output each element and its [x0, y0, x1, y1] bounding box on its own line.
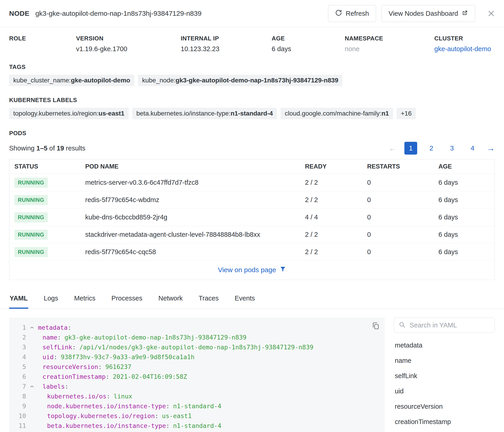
- pod-restarts: 0: [367, 196, 438, 204]
- copy-icon[interactable]: [371, 322, 380, 331]
- collapse-arrow-icon[interactable]: [26, 325, 38, 330]
- panel-header: NODE gk3-gke-autopilot-demo-nap-1n8s73hj…: [0, 0, 504, 27]
- yaml-colon: :: [107, 391, 110, 401]
- yaml-value: gk3-gke-autopilot-demo-nap-1n8s73hj-9384…: [64, 333, 246, 342]
- tab-logs[interactable]: Logs: [43, 291, 59, 309]
- tab-events[interactable]: Events: [234, 291, 255, 309]
- outline-item-uid[interactable]: uid: [394, 384, 495, 399]
- line-number: 10: [9, 411, 26, 421]
- pod-ready: 2 / 2: [305, 248, 367, 256]
- table-row[interactable]: RUNNING redis-5f779c654c-cqc58 2 / 2 0 6…: [9, 243, 495, 261]
- tab-yaml[interactable]: YAML: [9, 291, 28, 309]
- outline-item-labels[interactable]: labels: [394, 430, 495, 432]
- outline-item-creationtimestamp[interactable]: creationTimestamp: [394, 414, 495, 430]
- refresh-label: Refresh: [346, 10, 369, 17]
- tab-metrics[interactable]: Metrics: [73, 291, 96, 309]
- pod-name[interactable]: redis-5f779c654c-wbdmz: [85, 196, 305, 204]
- yaml-colon: :: [57, 333, 61, 342]
- pod-name[interactable]: kube-dns-6cbccbd859-2jr4g: [85, 213, 305, 221]
- tab-network[interactable]: Network: [158, 291, 183, 309]
- results-count: Showing 1–5 of 19 results: [9, 145, 85, 152]
- status-badge: RUNNING: [14, 212, 48, 222]
- cluster-link[interactable]: gke-autopilot-demo: [434, 45, 495, 53]
- outline-item-metadata[interactable]: metadata: [394, 338, 495, 353]
- table-row[interactable]: RUNNING metrics-server-v0.3.6-6c47ffd7d7…: [9, 174, 495, 191]
- k8s-labels-more-pill[interactable]: +16: [397, 108, 416, 119]
- pod-name[interactable]: redis-5f779c654c-cqc58: [85, 248, 305, 256]
- yaml-key: resourceVersion: [43, 362, 98, 372]
- outline-item-name[interactable]: name: [394, 353, 495, 368]
- pagination-prev-icon[interactable]: ←: [388, 143, 397, 153]
- outline-item-resourceversion[interactable]: resourceVersion: [394, 399, 495, 414]
- tag-pill[interactable]: kube_cluster_name:gke-autopilot-demo: [9, 75, 134, 86]
- yaml-colon: :: [166, 421, 170, 431]
- yaml-line: 2 name:gk3-gke-autopilot-demo-nap-1n8s73…: [9, 333, 385, 342]
- pagination-page-4[interactable]: 4: [466, 142, 479, 155]
- outline-item-selflink[interactable]: selfLink: [394, 368, 495, 384]
- tag-pill[interactable]: kube_node:gk3-gke-autopilot-demo-nap-1n8…: [138, 75, 342, 86]
- header-actions: Refresh View Nodes Dashboard: [328, 5, 496, 22]
- view-on-pods-page-link[interactable]: View on pods page: [9, 261, 495, 280]
- table-row[interactable]: RUNNING redis-5f779c654c-wbdmz 2 / 2 0 6…: [9, 191, 495, 209]
- pod-restarts: 0: [367, 179, 438, 186]
- pod-restarts: 0: [367, 248, 438, 256]
- table-row[interactable]: RUNNING kube-dns-6cbccbd859-2jr4g 4 / 4 …: [9, 209, 495, 226]
- line-number: 4: [9, 352, 26, 362]
- yaml-outline-list: metadata name selfLink uid resourceVersi…: [394, 338, 495, 432]
- yaml-colon: :: [68, 323, 71, 333]
- close-icon[interactable]: [487, 9, 496, 18]
- line-number: 12: [9, 431, 26, 432]
- pod-age: 6 days: [438, 179, 495, 186]
- yaml-colon: :: [98, 362, 102, 372]
- k8s-label-pill[interactable]: beta.kubernetes.io/instance-type:n1-stan…: [132, 108, 277, 119]
- tab-traces[interactable]: Traces: [198, 291, 219, 309]
- collapse-arrow-icon[interactable]: [26, 384, 38, 389]
- yaml-value: 938f73hv-93c7-9a33-a9e9-9d8f50ca1a1h: [61, 352, 194, 362]
- line-number: 7: [9, 381, 26, 391]
- k8s-label-pill[interactable]: topology.kubernetes.io/region:us-east1: [9, 108, 129, 119]
- line-number: 8: [9, 391, 26, 401]
- k8s-label-pill[interactable]: cloud.google.com/machine-family:n1: [280, 108, 393, 119]
- col-age[interactable]: AGE: [438, 163, 495, 170]
- yaml-search-input[interactable]: [410, 321, 496, 329]
- yaml-value: linux: [114, 391, 132, 401]
- pod-ready: 4 / 4: [305, 213, 367, 221]
- col-status[interactable]: STATUS: [9, 163, 85, 170]
- external-link-icon: [462, 9, 468, 18]
- node-meta-row: ROLE VERSION v1.19.6-gke.1700 INTERNAL I…: [0, 27, 504, 53]
- refresh-button[interactable]: Refresh: [328, 5, 376, 22]
- yaml-line: 8 kubernetes.io/os:linux: [9, 391, 385, 401]
- node-title: NODE gk3-gke-autopilot-demo-nap-1n8s73hj…: [9, 9, 201, 17]
- pod-name[interactable]: metrics-server-v0.3.6-6c47ffd7d7-tfzc8: [85, 179, 305, 186]
- tags-list: kube_cluster_name:gke-autopilot-demo kub…: [0, 75, 504, 86]
- pod-name[interactable]: stackdriver-metadata-agent-cluster-level…: [85, 231, 305, 238]
- yaml-search-box[interactable]: [394, 317, 495, 333]
- line-number: 3: [9, 342, 26, 352]
- status-badge: RUNNING: [14, 178, 48, 188]
- filter-icon: [280, 266, 286, 274]
- yaml-colon: :: [125, 431, 129, 432]
- detail-tabs: YAML Logs Metrics Processes Network Trac…: [0, 291, 504, 309]
- pod-age: 6 days: [438, 196, 495, 204]
- pod-restarts: 0: [367, 213, 438, 221]
- search-icon: [399, 321, 405, 329]
- yaml-colon: :: [166, 401, 170, 411]
- col-restarts[interactable]: RESTARTS: [367, 163, 438, 170]
- table-row[interactable]: RUNNING stackdriver-metadata-agent-clust…: [9, 226, 495, 243]
- yaml-line: 9 node.kubernetes.io/instance-type:n1-st…: [9, 401, 385, 411]
- col-pod-name[interactable]: POD NAME: [85, 163, 305, 170]
- yaml-line: 3 selfLink:/api/v1/nodes/gk3-gke-autopil…: [9, 342, 385, 352]
- pagination-page-3[interactable]: 3: [446, 142, 458, 155]
- col-ready[interactable]: READY: [305, 163, 367, 170]
- tab-processes[interactable]: Processes: [111, 291, 143, 309]
- status-badge: RUNNING: [14, 230, 48, 240]
- pagination-page-2[interactable]: 2: [425, 142, 438, 155]
- yaml-line: 5 resourceVersion:9616237: [9, 362, 385, 372]
- view-nodes-dashboard-button[interactable]: View Nodes Dashboard: [382, 5, 475, 22]
- pods-section-label: PODS: [0, 130, 504, 137]
- pagination-page-1[interactable]: 1: [404, 142, 417, 155]
- pagination-next-icon[interactable]: →: [487, 143, 495, 153]
- yaml-key: kubernetes.io/os: [47, 391, 107, 401]
- meta-namespace: NAMESPACE none: [345, 35, 434, 53]
- pagination: ← 1 2 3 4 →: [388, 142, 495, 155]
